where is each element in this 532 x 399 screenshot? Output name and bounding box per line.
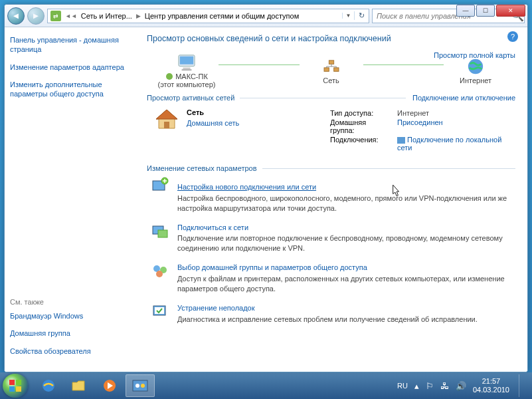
settings-item-new-connection[interactable]: Настройка нового подключения или сети На… [151,176,515,213]
home-network-icon [153,108,180,131]
network-settings-header: Изменение сетевых параметров [147,164,515,172]
globe-icon [467,58,484,75]
settings-item-desc: Подключение или повторное подключение к … [177,234,503,252]
active-network-name: Сеть [187,108,239,116]
taskbar-item-ie[interactable] [34,374,63,397]
system-tray: RU ▴ ⚐ 🖧 🔊 21:57 04.03.2010 [397,374,529,397]
detail-value: Интернет [397,108,515,118]
connect-disconnect-link[interactable]: Подключение или отключение [412,94,515,102]
svg-rect-20 [16,380,21,385]
seealso-header: См. также [10,298,132,306]
page-title: Просмотр основных сведений о сети и наст… [147,34,515,43]
detail-label: Подключения: [330,135,397,152]
settings-item-title[interactable]: Настройка нового подключения или сети [177,182,316,192]
view-full-map-link[interactable]: Просмотр полной карты [434,51,515,59]
control-panel-icon [132,378,149,393]
svg-rect-6 [333,68,338,72]
connection-link[interactable]: Подключение по локальной сети [397,136,501,152]
breadcrumb-current[interactable]: Центр управления сетями и общим доступом [142,12,342,20]
media-player-icon [102,378,118,394]
taskbar: RU ▴ ⚐ 🖧 🔊 21:57 04.03.2010 [0,372,532,399]
address-dropdown-button[interactable]: ▼ [342,13,354,19]
sidebar-link-firewall[interactable]: Брандмауэр Windows [10,311,132,321]
svg-rect-5 [324,68,329,72]
homegroup-link[interactable]: Присоединен [397,118,443,126]
settings-list: Настройка нового подключения или сети На… [147,176,515,324]
show-desktop-button[interactable] [519,374,525,397]
tray-flag-icon[interactable]: ⚐ [426,381,434,391]
taskbar-item-control-panel[interactable] [126,374,155,397]
tray-network-icon[interactable]: 🖧 [440,381,449,391]
settings-item-desc: Диагностика и исправление сетевых пробле… [177,315,478,323]
active-network-details: Тип доступа:Интернет Домашняя группа:При… [330,108,515,152]
minimize-button[interactable]: — [456,5,475,17]
sidebar: Панель управления - домашняя страница Из… [5,27,137,372]
taskbar-clock[interactable]: 21:57 04.03.2010 [473,377,509,394]
settings-item-homegroup[interactable]: Выбор домашней группы и параметров общег… [151,263,515,294]
settings-item-title[interactable]: Устранение неполадок [177,303,255,313]
svg-rect-18 [155,307,164,314]
active-network-block: Сеть Домашняя сеть Тип доступа:Интернет … [147,106,515,159]
start-button[interactable] [3,374,28,398]
clock-date: 04.03.2010 [473,386,509,394]
new-connection-icon [151,177,169,193]
detail-row: Домашняя группа:Присоединен [330,118,515,135]
sidebar-link-homegroup[interactable]: Домашняя группа [10,329,132,338]
svg-rect-1 [180,57,193,65]
settings-item-desc: Доступ к файлам и принтерам, расположенн… [177,275,505,293]
taskbar-item-explorer[interactable] [64,374,94,397]
settings-item-title[interactable]: Подключиться к сети [177,223,248,233]
network-category-icon: ⇄ [50,11,61,21]
node-network-label: Сеть [323,76,339,84]
address-bar[interactable]: ⇄ ◄◄ Сеть и Интер... ▶ Центр управления … [47,9,369,23]
active-networks-header: Просмотр активных сетей Подключение или … [147,94,515,102]
computer-icon [177,54,197,71]
network-node-internet: Интернет [436,57,515,84]
taskbar-item-wmp[interactable] [95,374,124,397]
svg-rect-22 [16,386,21,392]
tray-volume-icon[interactable]: 🔊 [456,381,466,391]
sidebar-link-internet-options[interactable]: Свойства обозревателя [10,346,132,356]
detail-label: Домашняя группа: [330,118,397,135]
navigation-bar: ◄ ► ⇄ ◄◄ Сеть и Интер... ▶ Центр управле… [5,5,527,27]
language-indicator[interactable]: RU [397,382,408,390]
settings-item-desc: Настройка беспроводного, широкополосного… [177,194,507,212]
detail-row: Подключения:Подключение по локальной сет… [330,135,515,152]
active-networks-title: Просмотр активных сетей [147,94,234,102]
svg-point-4 [166,73,173,80]
node-internet-label: Интернет [460,76,491,84]
lan-icon [397,137,405,144]
map-connector [219,65,300,65]
sidebar-link-advanced-sharing[interactable]: Изменить дополнительные параметры общего… [10,80,132,99]
back-button[interactable]: ◄ [7,7,25,25]
settings-item-troubleshoot[interactable]: Устранение неполадокДиагностика и исправ… [151,303,515,325]
svg-point-16 [156,271,163,277]
active-network-type-link[interactable]: Домашняя сеть [187,119,239,127]
forward-button[interactable]: ► [27,7,44,25]
map-connector [363,65,444,65]
network-node-network: Сеть [292,57,371,84]
settings-item-connect[interactable]: Подключиться к сетиПодключение или повто… [151,223,515,254]
maximize-button[interactable]: ☐ [476,5,495,17]
detail-label: Тип доступа: [330,108,397,118]
windows-logo-icon [9,379,22,392]
sidebar-link-home[interactable]: Панель управления - домашняя страница [10,35,132,55]
refresh-button[interactable]: ↻ [354,11,369,20]
node-pc-sublabel: (этот компьютер) [157,80,215,88]
network-settings-title: Изменение сетевых параметров [147,164,257,172]
breadcrumb-parent[interactable]: Сеть и Интер... [78,12,135,20]
tray-show-hidden-icon[interactable]: ▴ [414,381,419,391]
clock-time: 21:57 [473,377,509,386]
close-button[interactable]: ✕ [496,5,525,17]
help-icon[interactable]: ? [507,31,518,42]
svg-point-26 [135,384,139,388]
node-pc-label: МАКС-ПК [175,72,208,80]
breadcrumb-sep-icon: ◄◄ [64,13,78,19]
sidebar-link-adapter-settings[interactable]: Изменение параметров адаптера [10,63,132,72]
control-panel-window: ◄ ► ⇄ ◄◄ Сеть и Интер... ▶ Центр управле… [4,4,528,372]
svg-point-27 [141,384,145,388]
detail-row: Тип доступа:Интернет [330,108,515,118]
settings-item-title[interactable]: Выбор домашней группы и параметров общег… [177,263,367,273]
svg-rect-3 [182,69,192,70]
connect-network-icon [151,223,169,239]
